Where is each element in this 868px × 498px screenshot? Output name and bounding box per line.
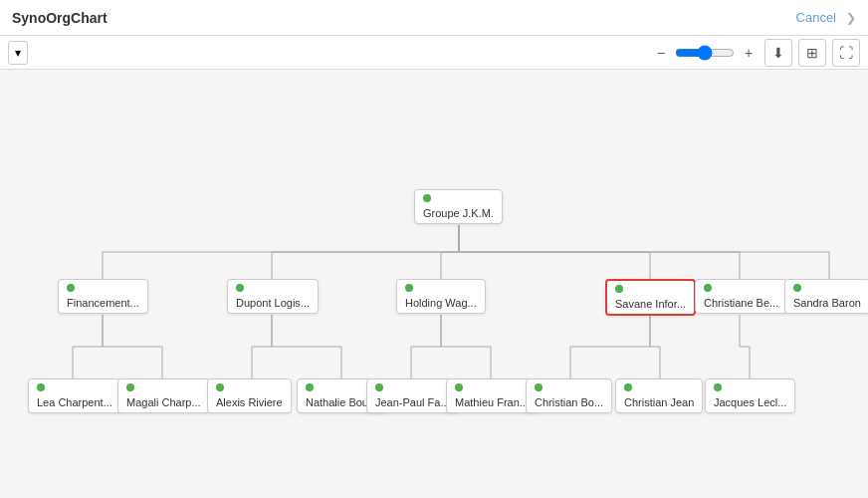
node-status-dot: [793, 284, 801, 292]
node-san[interactable]: Sandra Baron: [784, 279, 868, 314]
node-ale[interactable]: Alexis Riviere: [207, 378, 292, 413]
zoom-out-button[interactable]: −: [651, 43, 671, 63]
node-status-dot: [714, 383, 722, 391]
node-mat[interactable]: Mathieu Fran...: [446, 378, 538, 413]
node-label: Christian Bo...: [535, 396, 603, 408]
node-label: Financement...: [67, 297, 139, 309]
node-jac[interactable]: Jacques Lecl...: [705, 378, 795, 413]
node-status-dot: [624, 383, 632, 391]
node-fin[interactable]: Financement...: [58, 279, 148, 314]
node-label: Sandra Baron: [793, 297, 861, 309]
node-status-dot: [615, 285, 623, 293]
node-status-dot: [37, 383, 45, 391]
node-chrj[interactable]: Christian Jean: [615, 378, 703, 413]
node-chrb[interactable]: Christian Bo...: [526, 378, 612, 413]
node-jea[interactable]: Jean-Paul Fa...: [366, 378, 459, 413]
canvas: Groupe J.K.M.Financement...Dupont Logis.…: [0, 70, 868, 498]
node-root[interactable]: Groupe J.K.M.: [414, 189, 503, 224]
fullscreen-icon: ⛶: [839, 45, 853, 61]
node-label: Groupe J.K.M.: [423, 207, 494, 219]
node-chr[interactable]: Christiane Be...: [695, 279, 787, 314]
node-mag[interactable]: Magali Charp...: [117, 378, 210, 413]
cancel-button[interactable]: Cancel: [796, 10, 836, 25]
node-status-dot: [306, 383, 314, 391]
node-status-dot: [375, 383, 383, 391]
node-status-dot: [455, 383, 463, 391]
view-dropdown[interactable]: ▾: [8, 41, 28, 65]
hierarchy-button[interactable]: ⊞: [798, 39, 826, 67]
node-lea[interactable]: Lea Charpent...: [28, 378, 121, 413]
node-status-dot: [704, 284, 712, 292]
download-button[interactable]: ⬇: [764, 39, 792, 67]
app: SynoOrgChart Cancel ❯ ▾ − + ⬇ ⊞ ⛶ Groupe…: [0, 0, 868, 498]
node-dup[interactable]: Dupont Logis...: [227, 279, 319, 314]
node-status-dot: [216, 383, 224, 391]
hierarchy-icon: ⊞: [806, 45, 818, 61]
node-status-dot: [236, 284, 244, 292]
node-status-dot: [535, 383, 542, 391]
node-label: Jean-Paul Fa...: [375, 396, 450, 408]
node-status-dot: [126, 383, 134, 391]
expand-icon: ❯: [846, 11, 856, 25]
node-status-dot: [423, 194, 431, 202]
zoom-slider[interactable]: [675, 45, 735, 61]
zoom-in-button[interactable]: +: [739, 43, 759, 63]
app-title: SynoOrgChart: [12, 10, 108, 26]
toolbar: ▾ − + ⬇ ⊞ ⛶: [0, 36, 868, 70]
node-label: Jacques Lecl...: [714, 396, 786, 408]
node-label: Holding Wag...: [405, 297, 477, 309]
node-status-dot: [67, 284, 75, 292]
node-label: Lea Charpent...: [37, 396, 112, 408]
node-status-dot: [405, 284, 413, 292]
download-icon: ⬇: [772, 45, 784, 61]
node-label: Savane Infor...: [615, 298, 686, 310]
node-label: Magali Charp...: [126, 396, 201, 408]
zoom-controls: − +: [651, 43, 759, 63]
titlebar: SynoOrgChart Cancel ❯: [0, 0, 868, 36]
node-label: Alexis Riviere: [216, 396, 283, 408]
fullscreen-button[interactable]: ⛶: [832, 39, 860, 67]
node-hol[interactable]: Holding Wag...: [396, 279, 486, 314]
node-sav[interactable]: Savane Infor...: [605, 279, 696, 316]
node-label: Christiane Be...: [704, 297, 778, 309]
node-label: Mathieu Fran...: [455, 396, 529, 408]
node-label: Christian Jean: [624, 396, 694, 408]
node-label: Dupont Logis...: [236, 297, 310, 309]
